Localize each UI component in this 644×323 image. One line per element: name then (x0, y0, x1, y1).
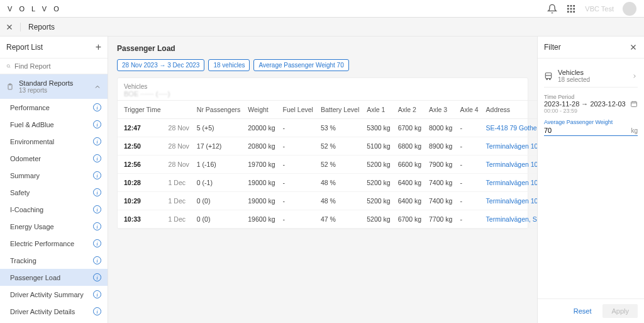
clipboard-icon (6, 83, 14, 91)
sidebar-item[interactable]: I-Coachingi (0, 201, 108, 218)
svg-rect-19 (631, 102, 637, 107)
page-title: Passenger Load (117, 44, 528, 53)
column-header[interactable]: Trigger Time (118, 101, 165, 119)
breadcrumb: Reports (20, 23, 55, 31)
sidebar-item[interactable]: Odometeri (0, 150, 108, 167)
sidebar-item[interactable]: Driver Activity Summaryi (0, 286, 108, 303)
bus-icon (544, 72, 553, 81)
sidebar-item-label: Passenger Load (10, 274, 60, 281)
table-row[interactable]: 12:5028 Nov17 (+12)20800 kg-52 %5100 kg6… (118, 137, 537, 156)
info-icon[interactable]: i (93, 188, 101, 196)
table-row[interactable]: 12:5628 Nov1 (-16)19700 kg-52 %5200 kg66… (118, 156, 537, 174)
svg-point-9 (7, 65, 9, 67)
close-filter-icon[interactable] (629, 43, 638, 52)
content: Passenger Load 28 Nov 2023 → 3 Dec 20231… (108, 37, 537, 323)
address-link[interactable]: SE-418 79 Gothenburg, Swe (482, 119, 537, 137)
svg-rect-3 (567, 8, 569, 9)
column-header[interactable]: Address (482, 101, 537, 119)
info-icon[interactable]: i (93, 222, 101, 230)
search-input[interactable] (14, 62, 101, 70)
svg-point-17 (547, 78, 548, 79)
column-header[interactable]: Battery Level (317, 101, 363, 119)
column-header[interactable]: Axle 1 (363, 101, 394, 119)
period-picker[interactable]: 2023-11-28 → 2023-12-03 (544, 100, 638, 108)
filter-title: Filter (544, 43, 561, 52)
apw-label: Average Passenger Weight (544, 119, 638, 125)
sidebar-item[interactable]: Passenger Loadi (0, 269, 108, 286)
info-icon[interactable]: i (93, 290, 101, 298)
bell-icon[interactable] (547, 4, 557, 14)
address-link[interactable]: Terminalvägen 10, SE-418 79 (482, 192, 537, 210)
sidebar-item-label: Safety (10, 189, 30, 196)
address-link[interactable]: Terminalvägen, SE-418 79 G (482, 210, 537, 229)
apply-button[interactable]: Apply (602, 304, 638, 318)
svg-rect-2 (574, 5, 575, 7)
info-icon[interactable]: i (93, 273, 101, 281)
filter-vehicles-sub: 18 selected (558, 76, 590, 83)
svg-rect-1 (570, 5, 572, 7)
filter-vehicles[interactable]: Vehicles 18 selected (544, 65, 638, 88)
info-icon[interactable]: i (93, 103, 101, 111)
avatar[interactable] (623, 2, 636, 16)
info-icon[interactable]: i (93, 120, 101, 128)
info-icon[interactable]: i (93, 307, 101, 315)
sidebar-item[interactable]: Electric Performancei (0, 235, 108, 252)
table-row[interactable]: 12:4728 Nov5 (+5)20000 kg-53 %5300 kg670… (118, 119, 537, 137)
time-range: 00:00 - 23:59 (544, 108, 638, 114)
close-icon[interactable] (5, 23, 14, 31)
sidebar: Report List + Standard Reports13 reports… (0, 37, 108, 323)
info-icon[interactable]: i (93, 171, 101, 179)
sidebar-item[interactable]: Energy Usagei (0, 218, 108, 235)
sidebar-item-label: Performance (10, 104, 50, 111)
user-name: VBC Test (585, 5, 614, 13)
chevron-up-icon (94, 83, 101, 91)
column-header[interactable]: Axle 4 (456, 101, 482, 119)
filter-pill[interactable]: Average Passenger Weight 70 (253, 59, 348, 71)
sidebar-item[interactable]: Trackingi (0, 252, 108, 269)
column-header[interactable]: Nr Passengers (193, 101, 244, 119)
column-header[interactable]: Fuel Level (279, 101, 317, 119)
table-row[interactable]: 10:281 Dec0 (-1)19000 kg-48 %5200 kg6400… (118, 174, 537, 192)
sidebar-item-label: Driver Activity Details (10, 308, 75, 315)
sidebar-item[interactable]: Fuel & AdBluei (0, 116, 108, 133)
calendar-icon (630, 100, 638, 108)
svg-point-18 (549, 78, 550, 79)
tree-group[interactable]: Custom Reports18 reports (0, 320, 108, 323)
svg-rect-0 (567, 5, 569, 7)
info-icon[interactable]: i (93, 239, 101, 247)
sidebar-item-label: Summary (10, 172, 40, 179)
sidebar-item[interactable]: Summaryi (0, 167, 108, 184)
add-report-button[interactable]: + (96, 42, 101, 53)
period-label: Time Period (544, 94, 638, 100)
column-header[interactable] (165, 101, 193, 119)
tree-group[interactable]: Standard Reports13 reports (0, 74, 108, 99)
sidebar-item[interactable]: Driver Activity Detailsi (0, 303, 108, 320)
address-link[interactable]: Terminalvägen 10, SE-418 79 (482, 174, 537, 192)
sidebar-item[interactable]: Safetyi (0, 184, 108, 201)
apps-icon[interactable] (566, 4, 576, 14)
apw-input[interactable] (544, 127, 631, 134)
sidebar-item-label: Fuel & AdBlue (10, 121, 54, 128)
address-link[interactable]: Terminalvägen 10, SE-418 79 (482, 137, 537, 156)
sidebar-item[interactable]: Performancei (0, 99, 108, 116)
subbar: Reports (0, 18, 644, 37)
reset-button[interactable]: Reset (574, 304, 592, 318)
info-icon[interactable]: i (93, 154, 101, 162)
sidebar-item-label: Environmental (10, 138, 54, 145)
column-header[interactable]: Axle 3 (425, 101, 456, 119)
column-header[interactable]: Weight (244, 101, 279, 119)
address-link[interactable]: Terminalvägen 10, SE-418 79 (482, 156, 537, 174)
info-icon[interactable]: i (93, 137, 101, 145)
column-header[interactable]: Axle 2 (394, 101, 425, 119)
sidebar-item-label: Odometer (10, 155, 41, 162)
svg-rect-4 (570, 8, 572, 9)
table-row[interactable]: 10:291 Dec0 (0)19000 kg-48 %5200 kg6400 … (118, 192, 537, 210)
filter-pill[interactable]: 28 Nov 2023 → 3 Dec 2023 (117, 59, 204, 71)
unit-label: kg (631, 127, 638, 134)
info-icon[interactable]: i (93, 256, 101, 264)
sidebar-item[interactable]: Environmentali (0, 133, 108, 150)
filter-pill[interactable]: 18 vehicles (208, 59, 250, 71)
table-row[interactable]: 10:331 Dec0 (0)19600 kg-47 %5200 kg6700 … (118, 210, 537, 229)
info-icon[interactable]: i (93, 205, 101, 213)
svg-rect-6 (567, 11, 569, 13)
